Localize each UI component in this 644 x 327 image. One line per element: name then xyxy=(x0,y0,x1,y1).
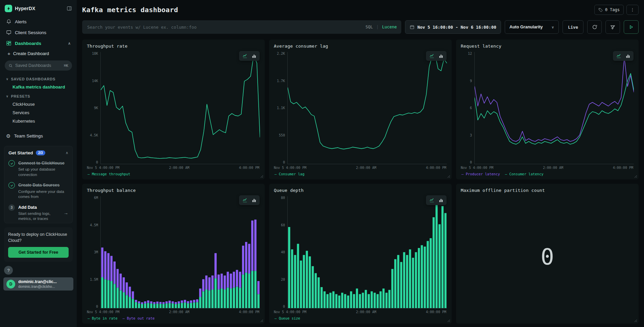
live-button[interactable]: Live xyxy=(563,20,583,34)
chevron-up-icon[interactable]: ∧ xyxy=(68,41,71,46)
line-chart-icon[interactable] xyxy=(616,53,622,58)
y-axis-labels: 6M4.5M3M1.5M0 xyxy=(87,196,100,308)
date-range-picker[interactable]: Nov 5 16:00:00 - Nov 6 16:00:00 xyxy=(405,20,501,34)
sidebar-item-clickhouse[interactable]: ClickHouse xyxy=(3,100,73,108)
step-connect-clickhouse[interactable]: Connect to ClickHouse Set up your databa… xyxy=(8,160,68,177)
filter-button[interactable] xyxy=(605,20,620,34)
sidebar-item-kafka-dashboard[interactable]: Kafka metrics dashboard xyxy=(3,83,73,91)
resize-handle[interactable] xyxy=(447,175,450,178)
get-started-free-button[interactable]: Get Started for Free xyxy=(8,247,69,258)
y-tick-label: 550 xyxy=(279,134,285,137)
play-icon xyxy=(629,25,634,29)
line-chart-icon[interactable] xyxy=(429,53,435,58)
sidebar-item-kubernetes[interactable]: Kubernetes xyxy=(3,117,73,125)
progress-badge: 2/3 xyxy=(36,150,45,155)
dashboard-header: Kafka metrics dashboard 0 Tags ⋮ xyxy=(82,5,639,15)
bar-chart-icon[interactable] xyxy=(438,53,444,58)
chevron-up-icon[interactable]: ∧ xyxy=(66,151,68,155)
resize-handle[interactable] xyxy=(260,319,263,322)
help-button[interactable]: ? xyxy=(4,266,13,275)
bar-chart-icon[interactable] xyxy=(252,198,257,203)
chart-type-toggle xyxy=(426,195,447,205)
monitor-icon xyxy=(6,30,11,35)
chart-plot[interactable] xyxy=(100,196,260,308)
run-query-button[interactable] xyxy=(624,20,639,34)
section-presets[interactable]: ∨ PRESETS xyxy=(3,91,73,100)
x-tick-label: 2:00:00 AM xyxy=(356,166,376,170)
search-icon xyxy=(8,64,13,68)
chart-plot[interactable] xyxy=(100,52,260,164)
chevron-down-icon: ∨ xyxy=(6,95,8,98)
resize-handle[interactable] xyxy=(634,175,637,178)
chart-plot[interactable] xyxy=(287,196,447,308)
step-description: Set up your database connection xyxy=(18,167,68,177)
dashboard-grid: Throughput rate 18K14K9K4.5K0 Nov 5 4:00… xyxy=(82,40,639,324)
chart-plot[interactable] xyxy=(474,52,634,164)
chart-legend: — Consumer lag xyxy=(274,170,447,177)
sidebar: HyperDX Alerts Client Sessions Dashboard… xyxy=(0,0,77,327)
chart-plot[interactable] xyxy=(287,52,447,164)
x-tick-label: 2:00:00 AM xyxy=(169,166,189,170)
deploy-text: Ready to deploy on ClickHouse Cloud? xyxy=(8,231,69,244)
sidebar-item-dashboards[interactable]: Dashboards ∧ xyxy=(3,38,73,49)
step-create-data-sources[interactable]: Create Data Sources Configure where your… xyxy=(8,182,68,199)
legend-item: — Consumer latency xyxy=(505,172,544,176)
x-tick-label: Nov 5 4:00:00 PM xyxy=(274,310,306,314)
create-dashboard-label: Create Dashboard xyxy=(13,51,49,56)
panel-average-consumer-lag: Average consumer lag 2.2K1.7K1.1K5500 No… xyxy=(269,40,452,179)
user-email: dominic.tran@clickho... xyxy=(18,284,70,288)
y-tick-label: 80 xyxy=(281,196,285,200)
sidebar-item-services[interactable]: Services xyxy=(3,108,73,117)
x-axis-labels: Nov 5 4:00:00 PM2:00:00 AM4:00:00 PM xyxy=(461,164,634,170)
x-axis-labels: Nov 5 4:00:00 PM2:00:00 AM4:00:00 PM xyxy=(274,164,447,170)
search-input[interactable] xyxy=(87,24,362,30)
plus-icon: + xyxy=(7,51,10,56)
user-menu[interactable]: D dominic.tran@clic... dominic.tran@clic… xyxy=(3,277,73,291)
saved-dashboards-search[interactable]: Saved Dashboards ⌘K xyxy=(5,60,72,71)
create-dashboard-button[interactable]: + Create Dashboard xyxy=(3,49,73,60)
bar-chart-icon[interactable] xyxy=(625,53,630,58)
sidebar-item-alerts[interactable]: Alerts xyxy=(3,16,73,27)
chart-svg xyxy=(288,196,447,308)
step-number-icon: 3 xyxy=(8,204,15,211)
step-title: Add Data xyxy=(18,205,37,210)
resize-handle[interactable] xyxy=(447,319,450,322)
sidebar-item-team-settings[interactable]: ⚙ Team Settings xyxy=(3,131,73,141)
granularity-select[interactable]: Auto Granularity ∨ xyxy=(505,20,559,34)
hyperdx-logo-icon xyxy=(5,5,12,12)
y-tick-label: 4.5M xyxy=(90,224,98,227)
step-description: Start sending logs, metrics, or traces xyxy=(18,211,60,222)
step-add-data[interactable]: 3 Add Data Start sending logs, metrics, … xyxy=(8,204,68,222)
panel-title: Throughput rate xyxy=(87,44,260,49)
page-title: Kafka metrics dashboard xyxy=(82,6,178,14)
sidebar-item-label: Dashboards xyxy=(15,41,41,46)
tags-button[interactable]: 0 Tags xyxy=(594,5,624,15)
filter-icon xyxy=(610,25,615,30)
resize-handle[interactable] xyxy=(634,319,637,322)
x-tick-label: 4:00:00 PM xyxy=(426,310,446,314)
sidebar-item-client-sessions[interactable]: Client Sessions xyxy=(3,27,73,38)
chart-legend: — Queue size xyxy=(274,314,447,321)
calendar-icon xyxy=(410,25,414,29)
refresh-button[interactable] xyxy=(587,20,602,34)
bar-chart-icon[interactable] xyxy=(252,53,257,58)
sql-toggle[interactable]: SQL xyxy=(365,25,373,29)
x-tick-label: 2:00:00 AM xyxy=(543,166,563,170)
y-tick-label: 14K xyxy=(92,79,98,83)
line-chart-icon[interactable] xyxy=(242,198,248,203)
x-axis-labels: Nov 5 4:00:00 PM2:00:00 AM4:00:00 PM xyxy=(87,164,260,170)
line-chart-icon[interactable] xyxy=(242,53,248,58)
bar-chart-icon[interactable] xyxy=(438,198,444,203)
x-tick-label: 2:00:00 AM xyxy=(169,310,189,314)
chart-type-toggle xyxy=(239,195,260,205)
line-chart-icon[interactable] xyxy=(429,198,435,203)
lucene-toggle[interactable]: Lucene xyxy=(382,25,397,29)
refresh-icon xyxy=(592,24,597,30)
chart-type-toggle xyxy=(426,51,447,61)
collapse-sidebar-icon[interactable] xyxy=(67,6,72,11)
user-name: dominic.tran@clic... xyxy=(18,279,70,284)
section-saved-dashboards[interactable]: ∨ SAVED DASHBOARDS xyxy=(3,74,73,83)
x-tick-label: 4:00:00 PM xyxy=(613,166,633,170)
resize-handle[interactable] xyxy=(260,175,263,178)
more-options-button[interactable]: ⋮ xyxy=(626,5,639,15)
